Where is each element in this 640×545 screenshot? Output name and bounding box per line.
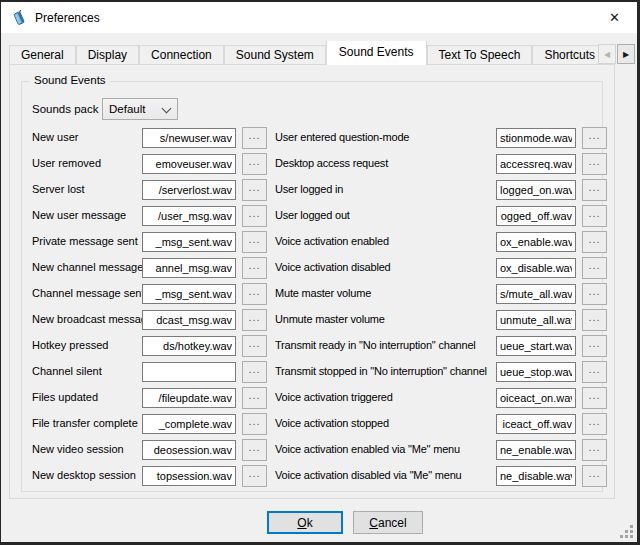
browse-button[interactable]: ... [242,335,267,357]
browse-button[interactable]: ... [242,465,267,487]
sound-event-label: Voice activation enabled [275,235,389,247]
tab-sound-system[interactable]: Sound System [224,45,326,65]
sound-event-label: New channel message [32,261,143,273]
tab-shortcuts[interactable]: Shortcuts [532,45,598,65]
sound-event-label: New user [32,131,78,143]
browse-button[interactable]: ... [582,309,607,331]
sound-event-row: Channel message sent...Mute master volum… [22,281,604,307]
sound-events-groupbox: Sound Events Sounds pack Default New use… [21,81,603,492]
sound-file-input[interactable] [496,466,576,486]
sound-event-label: File transfer complete [32,417,138,429]
tab-scroll-left-button[interactable]: ◀ [598,44,616,64]
sound-event-row: Channel silent...Transmit stopped in "No… [22,359,604,385]
browse-button[interactable]: ... [242,309,267,331]
sound-event-label: Voice activation disabled via "Me" menu [275,469,462,481]
sound-file-input[interactable] [142,310,236,330]
sound-file-input[interactable] [496,206,576,226]
browse-button[interactable]: ... [242,413,267,435]
tab-text-to-speech[interactable]: Text To Speech [427,45,533,65]
sound-event-label: Hotkey pressed [32,339,108,351]
sound-event-row: Server lost...User logged in... [22,177,604,203]
tab-bar: GeneralDisplayConnectionSound SystemSoun… [9,41,635,65]
browse-button[interactable]: ... [582,413,607,435]
sound-file-input[interactable] [142,180,236,200]
sound-file-input[interactable] [142,414,236,434]
browse-button[interactable]: ... [242,439,267,461]
browse-button[interactable]: ... [582,231,607,253]
sound-file-input[interactable] [496,336,576,356]
browse-button[interactable]: ... [242,361,267,383]
sound-file-input[interactable] [142,128,236,148]
browse-button[interactable]: ... [582,257,607,279]
sound-file-input[interactable] [142,362,236,382]
groupbox-title: Sound Events [30,74,110,86]
ok-button[interactable]: Ok [267,511,343,534]
sound-file-input[interactable] [142,258,236,278]
chevron-down-icon [162,104,172,114]
sound-file-input[interactable] [142,466,236,486]
tab-connection[interactable]: Connection [139,45,224,65]
sound-file-input[interactable] [142,284,236,304]
sound-event-row: Hotkey pressed...Transmit ready in "No i… [22,333,604,359]
tab-general[interactable]: General [9,45,76,65]
sound-file-input[interactable] [496,440,576,460]
sounds-pack-select[interactable]: Default [102,98,178,120]
title-bar: Preferences ✕ [1,2,637,33]
sound-event-label: Files updated [32,391,98,403]
sounds-pack-value: Default [109,103,145,115]
browse-button[interactable]: ... [582,361,607,383]
sound-event-label: Desktop access request [275,157,388,169]
browse-button[interactable]: ... [242,179,267,201]
sound-event-label: Transmit stopped in "No interruption" ch… [275,365,487,377]
sound-file-input[interactable] [496,258,576,278]
sound-file-input[interactable] [496,284,576,304]
sound-file-input[interactable] [496,362,576,382]
browse-button[interactable]: ... [582,283,607,305]
sound-event-row: Files updated...Voice activation trigger… [22,385,604,411]
sound-file-input[interactable] [496,128,576,148]
browse-button[interactable]: ... [242,231,267,253]
browse-button[interactable]: ... [582,153,607,175]
sound-event-label: New broadcast message [32,313,153,325]
sound-file-input[interactable] [142,154,236,174]
browse-button[interactable]: ... [242,153,267,175]
browse-button[interactable]: ... [582,205,607,227]
browse-button[interactable]: ... [582,465,607,487]
sound-event-row: User removed...Desktop access request... [22,151,604,177]
browse-button[interactable]: ... [242,387,267,409]
sound-file-input[interactable] [496,414,576,434]
browse-button[interactable]: ... [582,335,607,357]
cancel-button[interactable]: Cancel [353,511,423,534]
browse-button[interactable]: ... [242,205,267,227]
browse-button[interactable]: ... [582,127,607,149]
sound-event-label: Private message sent [32,235,138,247]
sound-event-label: New user message [32,209,126,221]
tab-sound-events[interactable]: Sound Events [326,41,427,65]
arrow-left-icon: ◀ [604,50,610,59]
sound-event-label: New video session [32,443,124,455]
sound-file-input[interactable] [496,180,576,200]
browse-button[interactable]: ... [242,257,267,279]
sound-file-input[interactable] [142,388,236,408]
sound-event-row: New broadcast message...Unmute master vo… [22,307,604,333]
tab-scroll-right-button[interactable]: ▶ [617,44,635,64]
sound-file-input[interactable] [496,232,576,252]
browse-button[interactable]: ... [242,283,267,305]
browse-button[interactable]: ... [582,387,607,409]
sound-file-input[interactable] [496,388,576,408]
sound-event-label: Unmute master volume [275,313,385,325]
sound-file-input[interactable] [142,440,236,460]
sound-file-input[interactable] [142,336,236,356]
browse-button[interactable]: ... [582,439,607,461]
sound-events-panel: Sound Events Sounds pack Default New use… [9,64,615,499]
sound-file-input[interactable] [496,154,576,174]
browse-button[interactable]: ... [242,127,267,149]
sound-file-input[interactable] [142,232,236,252]
resize-grip-icon[interactable] [620,525,634,539]
browse-button[interactable]: ... [582,179,607,201]
sound-file-input[interactable] [142,206,236,226]
sound-event-label: Voice activation disabled [275,261,390,273]
tab-display[interactable]: Display [76,45,139,65]
sound-file-input[interactable] [496,310,576,330]
close-button[interactable]: ✕ [592,2,637,33]
